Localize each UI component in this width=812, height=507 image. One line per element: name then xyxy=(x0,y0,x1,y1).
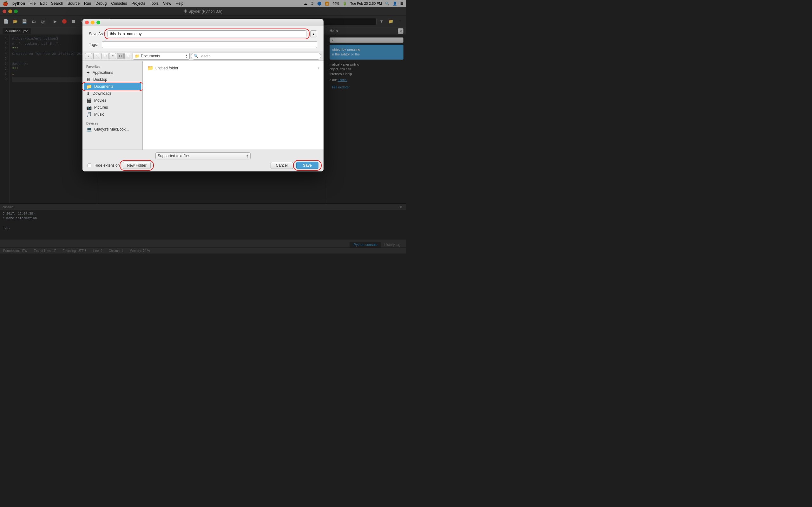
nav-back-btn[interactable]: ‹ xyxy=(85,53,92,59)
hide-extension-checkbox[interactable] xyxy=(88,164,91,167)
new-folder-button[interactable]: New Folder xyxy=(123,162,150,169)
location-label: Documents xyxy=(141,54,160,58)
sidebar-item-applications[interactable]: ✦ Applications xyxy=(83,69,142,76)
folder-chevron-icon: › xyxy=(318,66,319,70)
downloads-icon: ⬇ xyxy=(86,91,90,96)
sidebar-item-pictures[interactable]: 📷 Pictures xyxy=(83,104,142,111)
save-as-label: Save As: xyxy=(89,32,104,36)
pictures-label: Pictures xyxy=(94,105,108,110)
favorites-label: Favorites xyxy=(83,64,142,69)
column-view-btn[interactable]: ⊟ xyxy=(117,53,124,59)
dialog-sidebar: Favorites ✦ Applications 🖥 Desktop 📁 Doc… xyxy=(83,61,143,150)
view-toggle: ⊞ ≡ ⊟ ⊡ xyxy=(101,53,131,59)
music-icon: 🎵 xyxy=(86,112,92,117)
sidebar-item-documents[interactable]: 📁 Documents xyxy=(84,83,141,90)
filetype-select[interactable]: Supported text files ▲▼ xyxy=(155,153,251,159)
hide-extension-label: Hide extension xyxy=(95,163,119,168)
save-dialog: Save As: ▲ Tags: ‹ › ⊞ ≡ ⊟ ⊡ 📁 xyxy=(83,19,323,171)
sidebar-item-music[interactable]: 🎵 Music xyxy=(83,111,142,118)
cancel-button[interactable]: Cancel xyxy=(270,162,293,169)
applications-icon: ✦ xyxy=(86,70,90,75)
filetype-arrows: ▲▼ xyxy=(246,154,248,158)
macbook-label: Gladys's MacBook... xyxy=(94,127,129,131)
pictures-icon: 📷 xyxy=(86,105,92,110)
movies-icon: 🎬 xyxy=(86,98,92,103)
new-folder-btn-wrapper: New Folder xyxy=(123,162,150,169)
untitled-folder-icon: 📁 xyxy=(147,65,154,71)
file-item-untitled-folder[interactable]: 📁 untitled folder › xyxy=(145,64,321,72)
dialog-max-btn[interactable] xyxy=(96,20,100,24)
sidebar-item-downloads[interactable]: ⬇ Downloads xyxy=(83,90,142,97)
collapse-button[interactable]: ▲ xyxy=(310,31,317,38)
icon-view-btn[interactable]: ⊞ xyxy=(101,53,108,59)
filename-input[interactable] xyxy=(107,31,306,38)
movies-label: Movies xyxy=(94,98,106,103)
location-arrows: ▲▼ xyxy=(185,54,188,58)
downloads-label: Downloads xyxy=(93,91,111,96)
save-btn-wrapper: Save xyxy=(296,162,318,169)
dialog-bottom: Supported text files ▲▼ Hide extension N… xyxy=(83,150,323,171)
sidebar-item-macbook[interactable]: 💻 Gladys's MacBook... xyxy=(83,126,142,133)
tags-label: Tags: xyxy=(89,43,98,47)
dialog-title-controls xyxy=(85,20,100,24)
sidebar-item-movies[interactable]: 🎬 Movies xyxy=(83,97,142,104)
dialog-overlay: Save As: ▲ Tags: ‹ › ⊞ ≡ ⊟ ⊡ 📁 xyxy=(0,0,406,253)
untitled-folder-label: untitled folder xyxy=(155,66,178,70)
location-icon-label: 📁 Documents xyxy=(135,54,160,58)
documents-label: Documents xyxy=(94,84,113,89)
music-label: Music xyxy=(94,112,104,117)
cover-view-btn[interactable]: ⊡ xyxy=(124,53,131,59)
dialog-actions: Hide extension New Folder Cancel Save xyxy=(88,162,318,169)
dialog-right-actions: Cancel Save xyxy=(270,162,318,169)
file-item-left: 📁 untitled folder xyxy=(147,65,178,71)
tags-input[interactable] xyxy=(102,41,317,48)
dialog-close-btn[interactable] xyxy=(85,20,89,24)
search-box[interactable]: 🔍 Search xyxy=(191,53,321,60)
filename-wrapper xyxy=(107,31,306,38)
devices-label: Devices xyxy=(83,120,142,126)
dialog-title-bar xyxy=(83,19,323,26)
list-view-btn[interactable]: ≡ xyxy=(109,53,116,59)
applications-label: Applications xyxy=(93,70,113,75)
desktop-icon: 🖥 xyxy=(86,77,91,82)
dialog-tags-row: Tags: xyxy=(83,40,323,51)
save-button[interactable]: Save xyxy=(296,162,318,169)
macbook-icon: 💻 xyxy=(86,127,92,132)
desktop-label: Desktop xyxy=(93,77,107,82)
file-area: 📁 untitled folder › xyxy=(143,61,323,150)
folder-icon: 📁 xyxy=(135,54,140,58)
filetype-label: Supported text files xyxy=(158,154,190,158)
dialog-min-btn[interactable] xyxy=(91,20,95,24)
dialog-browser-body: Favorites ✦ Applications 🖥 Desktop 📁 Doc… xyxy=(83,61,323,150)
dialog-browser-toolbar: ‹ › ⊞ ≡ ⊟ ⊡ 📁 Documents ▲▼ 🔍 Search xyxy=(83,51,323,61)
location-dropdown[interactable]: 📁 Documents ▲▼ xyxy=(133,53,190,60)
filetype-row: Supported text files ▲▼ xyxy=(88,153,318,159)
search-placeholder: Search xyxy=(200,54,211,58)
dialog-save-as-row: Save As: ▲ xyxy=(83,26,323,40)
dialog-left-actions: Hide extension New Folder xyxy=(88,162,151,169)
documents-icon: 📁 xyxy=(86,84,92,89)
sidebar-item-desktop[interactable]: 🖥 Desktop xyxy=(83,76,142,83)
search-icon: 🔍 xyxy=(194,54,198,58)
nav-fwd-btn[interactable]: › xyxy=(93,53,100,59)
